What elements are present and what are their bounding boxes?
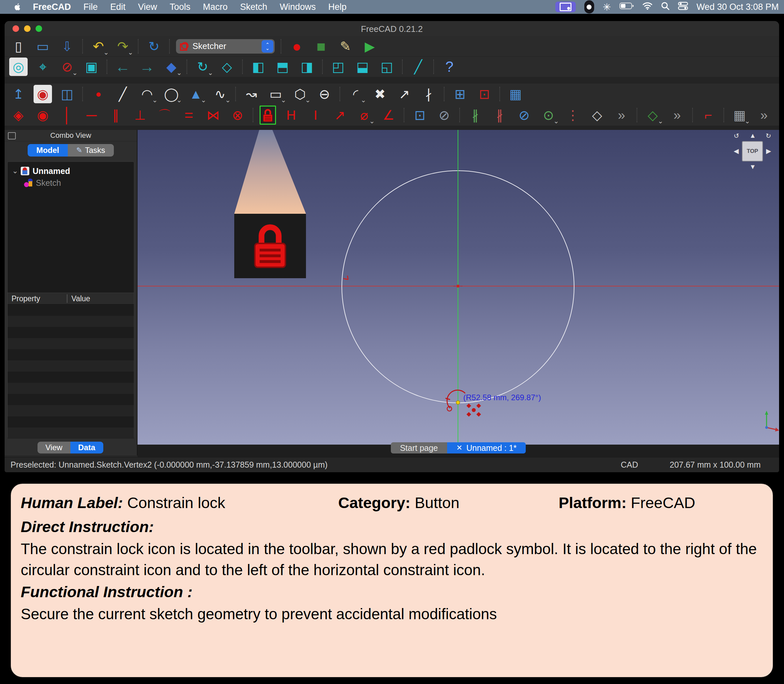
preselected-vertex[interactable] [456,401,460,405]
apple-menu-icon[interactable] [13,3,20,11]
view-section-button[interactable]: ◫ [58,85,76,103]
toggle-construction-button[interactable]: ▦ [506,85,525,103]
nav-cube-top-face[interactable]: TOP [742,141,763,161]
menu-item-macro[interactable]: Macro [203,2,228,12]
extend-edge-button[interactable]: ↗ [395,85,414,103]
more-grid-tools-button[interactable]: » [755,106,773,124]
sync-view-button[interactable]: ↻⌄ [194,58,212,76]
macro-edit-button[interactable]: ✎ [336,37,355,56]
3d-viewport[interactable]: (R52.58 mm, 269.87°) ↺ ↻ ◀ ▶ ▲ ▼ TOP [137,130,779,445]
navigate-back-button[interactable]: ← [113,58,132,76]
menu-item-edit[interactable]: Edit [110,2,126,12]
create-polyline-button[interactable]: ↝ [242,85,260,103]
dropdown-arrow-icon[interactable]: ⌄ [176,69,182,77]
constrain-parallel-button[interactable]: ∥ [107,106,125,124]
create-point-button[interactable]: ● [89,85,108,103]
carbon-copy-button[interactable]: ⊡ [475,85,493,103]
constrain-equal-button[interactable]: = [179,106,198,124]
dropdown-arrow-icon[interactable]: ⌄ [281,96,286,104]
workbench-stepper-icon[interactable]: ⌃⌄ [262,40,273,53]
constrain-coincident-button[interactable]: ◈ [9,106,27,124]
constrain-vertical-button[interactable]: │ [58,106,76,124]
dropdown-arrow-icon[interactable]: ⌄ [745,117,750,125]
menu-item-freecad[interactable]: FreeCAD [33,2,71,12]
dropdown-arrow-icon[interactable]: ⌄ [553,117,559,125]
dropdown-arrow-icon[interactable]: ⌄ [152,96,158,104]
navigate-forward-button[interactable]: → [138,58,156,76]
workbench-selector[interactable]: Sketcher⌃⌄ [176,39,275,53]
menu-clock[interactable]: Wed 30 Oct 3:08 PM [697,2,779,12]
create-line-button[interactable]: ╱ [113,85,132,103]
create-bspline-button[interactable]: ∿⌄ [211,85,229,103]
tree-item-unnamed[interactable]: ⌄Unnamed [8,165,134,177]
toggle-grid-button[interactable]: ▦⌄ [731,106,749,124]
control-center-icon[interactable] [678,2,688,13]
top-view-button[interactable]: ⬒ [273,58,292,76]
navigation-cube[interactable]: ↺ ↻ ◀ ▶ ▲ ▼ TOP [733,132,772,169]
bspline-tools-button[interactable]: ◇⌄ [643,106,662,124]
close-tab-icon[interactable]: ✕ [456,444,462,452]
constrain-angle-button[interactable]: ∠ [379,106,398,124]
isometric-view-button[interactable]: ◆⌄ [162,58,181,76]
create-arc-button[interactable]: ◠⌄ [138,85,156,103]
navigation-style-label[interactable]: CAD [621,460,638,469]
split-edge-button[interactable]: ∤ [419,85,438,103]
chatgpt-icon[interactable]: ✳ [603,1,611,13]
create-slot-button[interactable]: ⊖ [315,85,334,103]
refresh-button[interactable]: ↻ [145,37,163,56]
constrain-symmetric-button[interactable]: ⋈ [204,106,222,124]
select-conflicting-constraints-button[interactable]: ∦ [491,106,509,124]
menu-item-windows[interactable]: Windows [280,2,316,12]
constrain-distance-button[interactable]: ↗ [331,106,349,124]
save-button[interactable]: ⇩ [58,37,76,56]
menu-item-tools[interactable]: Tools [170,2,191,12]
bottom-view-button[interactable]: ⬓ [353,58,372,76]
open-document-button[interactable]: ▭ [34,37,52,56]
rear-view-button[interactable]: ◰ [329,58,348,76]
menu-item-sketch[interactable]: Sketch [240,2,267,12]
dropdown-arrow-icon[interactable]: ⌄ [369,117,375,125]
undock-panel-icon[interactable] [8,132,16,139]
expand-chevron-icon[interactable]: ⌄ [10,167,21,175]
constrain-block-button[interactable]: ⊗ [228,106,247,124]
select-redundant-constraints-button[interactable]: ∦ [466,106,485,124]
more-bspline-tools-button[interactable]: » [668,106,686,124]
coincident-constraint-marker[interactable] [467,403,481,417]
nav-down-arrow-icon[interactable]: ▼ [750,163,756,171]
constrain-horizontal-button[interactable]: ─ [82,106,101,124]
leave-sketch-button[interactable]: ↥ [9,85,27,103]
menu-item-view[interactable]: View [138,2,157,12]
wifi-icon[interactable] [643,2,652,12]
left-view-button[interactable]: ◱ [378,58,396,76]
box-element-selection-button[interactable]: ▣ [82,58,101,76]
tab-view[interactable]: View [37,442,70,453]
constrain-tangent-button[interactable]: ⌒ [155,106,174,124]
redo-button[interactable]: ↷⌄ [113,37,132,56]
fit-all-button[interactable]: ◎ [9,58,27,76]
tab-tasks[interactable]: ✎Tasks [68,144,114,156]
dropdown-arrow-icon[interactable]: ⌄ [658,117,663,125]
fit-selection-button[interactable]: ⌖ [34,58,52,76]
new-document-button[interactable]: ▯ [9,37,27,56]
menu-extra-app-icon[interactable] [584,0,594,13]
create-conic-button[interactable]: ▲⌄ [186,85,205,103]
draw-style-button[interactable]: ⊘⌄ [58,58,76,76]
fillet-tools-button[interactable]: ⌐ [699,106,718,124]
dropdown-arrow-icon[interactable]: ⌄ [103,48,109,56]
more-sketcher-tools-button[interactable]: » [612,106,631,124]
view-sketch-button[interactable]: ◉ [34,85,52,103]
nav-right-arrow-icon[interactable]: ▶ [766,147,771,155]
constrain-vertical-distance-button[interactable]: I [306,106,325,124]
right-view-button[interactable]: ◨ [298,58,316,76]
clone-button[interactable]: ⊘ [515,106,533,124]
edit-sketch-plane-button[interactable]: ◇ [588,106,606,124]
undo-button[interactable]: ↶⌄ [89,37,108,56]
menu-item-file[interactable]: File [84,2,98,12]
constraint-tools-button[interactable]: ⊙⌄ [539,106,558,124]
origin-point[interactable] [457,285,459,287]
create-fillet-button[interactable]: ◜⌄ [346,85,365,103]
tab-start-page[interactable]: Start page [391,442,447,453]
external-geometry-button[interactable]: ⊞ [451,85,469,103]
macro-stop-button[interactable]: ■ [312,37,330,56]
dropdown-arrow-icon[interactable]: ⌄ [176,96,182,104]
